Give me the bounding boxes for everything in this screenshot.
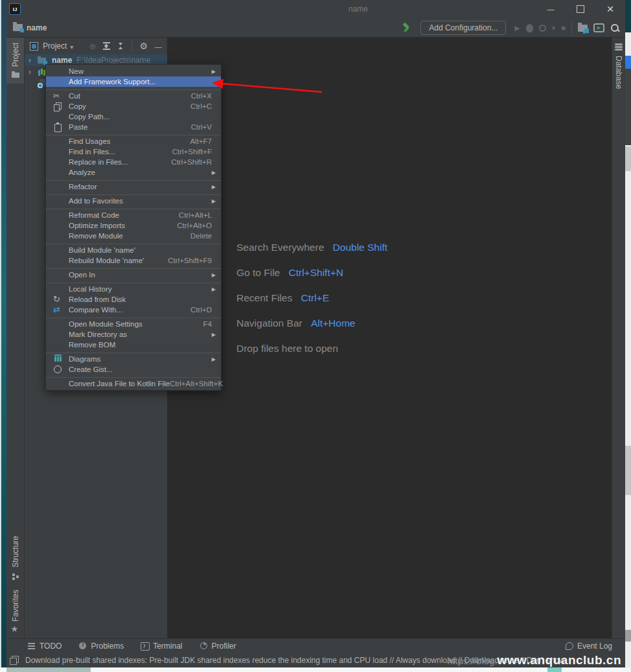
- left-tool-window-bar: Project Structure Favorites: [6, 38, 25, 638]
- toolbar-divider: [571, 22, 572, 34]
- tool-window-tab-database[interactable]: Database: [612, 38, 625, 93]
- watermark: www.anquanclub.cn: [498, 653, 621, 667]
- menu-item-icon: [53, 137, 62, 146]
- tool-window-tab-project[interactable]: Project: [6, 38, 24, 84]
- context-menu-item[interactable]: Create Gist...: [46, 364, 221, 375]
- bottom-tab-icon: [200, 642, 208, 650]
- run-anything-icon[interactable]: [593, 23, 604, 32]
- context-menu-item[interactable]: Remove BOM: [46, 340, 221, 350]
- context-menu-item[interactable]: Convert Java File to Kotlin File Ctrl+Al…: [46, 378, 221, 389]
- toolbar-right-group: Add Configuration...: [402, 18, 620, 38]
- context-menu-item[interactable]: Rebuild Module 'name' Ctrl+Shift+F9: [46, 255, 221, 266]
- event-log-tab[interactable]: Event Log: [566, 642, 612, 651]
- stop-icon[interactable]: [561, 24, 566, 32]
- run-icon[interactable]: [514, 24, 520, 32]
- menu-item-icon: [53, 284, 62, 294]
- tool-window-icon: [11, 572, 20, 581]
- menu-item-icon: [53, 147, 62, 156]
- shared-indexes-icon: [10, 656, 19, 664]
- context-menu-item[interactable]: Build Module 'name': [46, 245, 221, 255]
- expand-all-icon[interactable]: [103, 42, 110, 50]
- context-menu-item[interactable]: Open Module Settings F4: [46, 319, 221, 329]
- chevron-down-icon[interactable]: [552, 24, 556, 32]
- chevron-right-icon[interactable]: [29, 67, 36, 76]
- debug-icon[interactable]: [526, 24, 533, 32]
- context-menu-item[interactable]: Open In: [46, 270, 221, 280]
- background-blue-segment: [625, 56, 631, 69]
- context-menu-item[interactable]: Analyze: [46, 167, 221, 178]
- context-menu-item[interactable]: Find in Files... Ctrl+Shift+F: [46, 146, 221, 157]
- breadcrumb[interactable]: name: [13, 23, 47, 32]
- project-structure-icon[interactable]: [578, 25, 588, 32]
- project-view-icon: [30, 42, 38, 51]
- tool-window-tab[interactable]: Structure: [11, 531, 20, 585]
- context-menu-item[interactable]: Optimize Imports Ctrl+Alt+O: [46, 220, 221, 231]
- gear-icon[interactable]: [139, 40, 148, 52]
- screen: IJ name name Add Configuration...: [0, 0, 631, 672]
- background-scrollbar-segment: [625, 630, 631, 642]
- context-menu: New Add Framework Support... Cut Ctrl+X …: [45, 64, 222, 391]
- context-menu-item[interactable]: Add Framework Support...: [46, 76, 221, 87]
- context-menu-item[interactable]: New: [46, 66, 221, 76]
- menu-item-icon: [53, 211, 62, 220]
- minimize-button[interactable]: [536, 0, 566, 18]
- bottom-tab[interactable]: TODO: [27, 642, 62, 651]
- context-menu-item[interactable]: Refactor: [46, 181, 221, 192]
- bottom-tab-icon: [27, 642, 36, 650]
- menu-item-icon: [53, 91, 62, 100]
- context-menu-item[interactable]: Add to Favorites: [46, 196, 221, 206]
- profile-icon[interactable]: [539, 25, 546, 32]
- context-menu-item[interactable]: Reformat Code Ctrl+Alt+L: [46, 210, 221, 220]
- bottom-tool-window-bar: TODO Problems Terminal Profiler: [6, 638, 625, 653]
- chevron-down-icon[interactable]: [67, 40, 73, 52]
- locate-icon[interactable]: [89, 40, 97, 52]
- bottom-tab[interactable]: Terminal: [141, 642, 182, 651]
- menu-item-icon: [53, 365, 62, 374]
- title-bar: IJ name: [6, 0, 625, 18]
- close-button[interactable]: [595, 0, 625, 18]
- add-configuration-button[interactable]: Add Configuration...: [420, 21, 506, 35]
- menu-item-icon: [53, 112, 62, 121]
- context-menu-item[interactable]: Paste Ctrl+V: [46, 122, 221, 132]
- collapse-all-icon[interactable]: [117, 42, 124, 50]
- maximize-button[interactable]: [566, 0, 595, 18]
- context-menu-item[interactable]: Mark Directory as: [46, 329, 221, 340]
- bottom-tab-icon: [141, 642, 149, 650]
- context-menu-item[interactable]: Diagrams: [46, 354, 221, 364]
- menu-item-icon: [53, 354, 62, 364]
- menu-item-icon: [53, 77, 62, 86]
- menu-item-icon: [53, 231, 62, 240]
- editor-area: Search Everywhere Double Shift Go to Fil…: [167, 38, 612, 638]
- tool-window-tab[interactable]: Favorites: [11, 585, 20, 638]
- context-menu-item[interactable]: Remove Module Delete: [46, 231, 221, 241]
- tree-item-icon: [38, 56, 48, 65]
- menu-item-icon: [53, 157, 62, 167]
- watermark-underlay: https://blog.c: [447, 655, 502, 666]
- context-menu-item[interactable]: Replace in Files... Ctrl+Shift+R: [46, 157, 221, 167]
- context-menu-item[interactable]: Cut Ctrl+X: [46, 91, 221, 101]
- context-menu-item[interactable]: Reload from Disk: [46, 294, 221, 305]
- panel-title[interactable]: Project: [43, 41, 67, 51]
- welcome-line: Recent Files Ctrl+E: [236, 285, 387, 310]
- menu-item-icon: [53, 319, 62, 329]
- context-menu-item[interactable]: Compare With... Ctrl+D: [46, 305, 221, 315]
- background-window-right-edge: [625, 32, 631, 667]
- breadcrumb-label: name: [27, 23, 47, 32]
- hide-panel-icon[interactable]: [155, 40, 162, 52]
- menu-item-icon: [53, 340, 62, 349]
- folder-icon: [11, 71, 20, 80]
- right-tool-window-bar: Database: [612, 38, 625, 638]
- menu-item-icon: [53, 182, 62, 191]
- context-menu-item[interactable]: Local History: [46, 284, 221, 294]
- bottom-tab[interactable]: Profiler: [200, 642, 236, 651]
- context-menu-item[interactable]: Copy Ctrl+C: [46, 101, 221, 111]
- build-hammer-icon[interactable]: [402, 23, 412, 33]
- event-log-icon: [566, 642, 573, 650]
- search-everywhere-icon[interactable]: [610, 23, 620, 33]
- context-menu-item[interactable]: Find Usages Alt+F7: [46, 136, 221, 146]
- bottom-tab[interactable]: Problems: [78, 642, 124, 651]
- menu-item-icon: [53, 168, 62, 177]
- project-folder-icon: [13, 24, 23, 31]
- context-menu-item[interactable]: Copy Path...: [46, 111, 221, 122]
- chevron-right-icon[interactable]: [29, 56, 36, 65]
